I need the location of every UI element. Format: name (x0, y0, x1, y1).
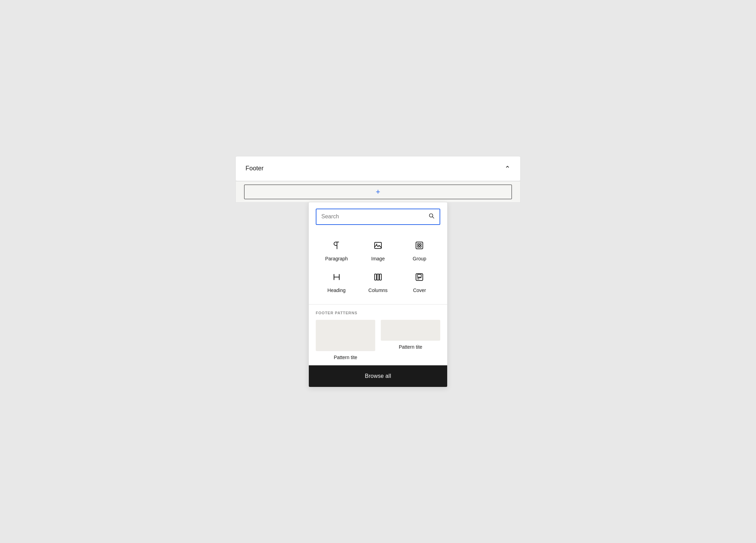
browse-all-label: Browse all (365, 373, 391, 379)
pattern-card-2[interactable]: Pattern tite (381, 320, 440, 360)
add-block-row: + (235, 181, 521, 203)
svg-rect-13 (418, 274, 421, 277)
block-grid: Paragraph Image (309, 230, 447, 305)
svg-rect-8 (420, 246, 421, 247)
footer-bar: Footer ⌃ (235, 156, 521, 181)
svg-rect-2 (375, 242, 381, 248)
search-icon (428, 213, 435, 221)
svg-rect-6 (420, 243, 421, 245)
chevron-up-icon[interactable]: ⌃ (505, 164, 510, 173)
pattern-label-2: Pattern tite (399, 344, 423, 350)
pattern-label-1: Pattern tite (334, 355, 357, 360)
group-icon (415, 241, 424, 252)
pattern-card-1[interactable]: Pattern tite (316, 320, 375, 360)
patterns-grid: Pattern tite Pattern tite (316, 320, 440, 360)
block-inserter-dropdown: Paragraph Image (308, 202, 448, 387)
footer-patterns-section: FOOTER PATTERNS Pattern tite Pattern tit… (309, 305, 447, 365)
block-item-paragraph[interactable]: Paragraph (316, 235, 357, 266)
svg-line-1 (432, 217, 434, 218)
block-label-columns: Columns (368, 287, 387, 293)
svg-rect-11 (379, 274, 381, 280)
block-item-image[interactable]: Image (357, 235, 399, 266)
search-box (316, 209, 440, 225)
browse-all-button[interactable]: Browse all (309, 365, 447, 387)
patterns-section-title: FOOTER PATTERNS (316, 311, 440, 315)
columns-icon (373, 273, 383, 284)
block-label-cover: Cover (413, 287, 426, 293)
image-icon (373, 241, 383, 252)
svg-point-3 (376, 244, 377, 245)
block-label-heading: Heading (328, 287, 346, 293)
svg-rect-10 (377, 274, 379, 280)
svg-rect-9 (375, 274, 376, 280)
add-block-button[interactable]: + (244, 185, 512, 199)
footer-title: Footer (246, 165, 264, 172)
block-item-cover[interactable]: Cover (399, 266, 440, 298)
svg-rect-7 (418, 246, 419, 247)
block-item-heading[interactable]: Heading (316, 266, 357, 298)
pattern-thumbnail-1 (316, 320, 375, 351)
svg-rect-5 (418, 243, 419, 245)
cover-icon (415, 273, 424, 284)
block-label-group: Group (413, 256, 426, 261)
paragraph-icon (332, 241, 341, 252)
block-label-image: Image (371, 256, 385, 261)
plus-icon: + (376, 187, 380, 196)
block-item-columns[interactable]: Columns (357, 266, 399, 298)
block-item-group[interactable]: Group (399, 235, 440, 266)
svg-rect-4 (416, 242, 423, 249)
search-input[interactable] (321, 213, 428, 220)
search-row (309, 202, 447, 230)
pattern-thumbnail-2 (381, 320, 440, 341)
heading-icon (332, 273, 341, 284)
block-label-paragraph: Paragraph (325, 256, 348, 261)
